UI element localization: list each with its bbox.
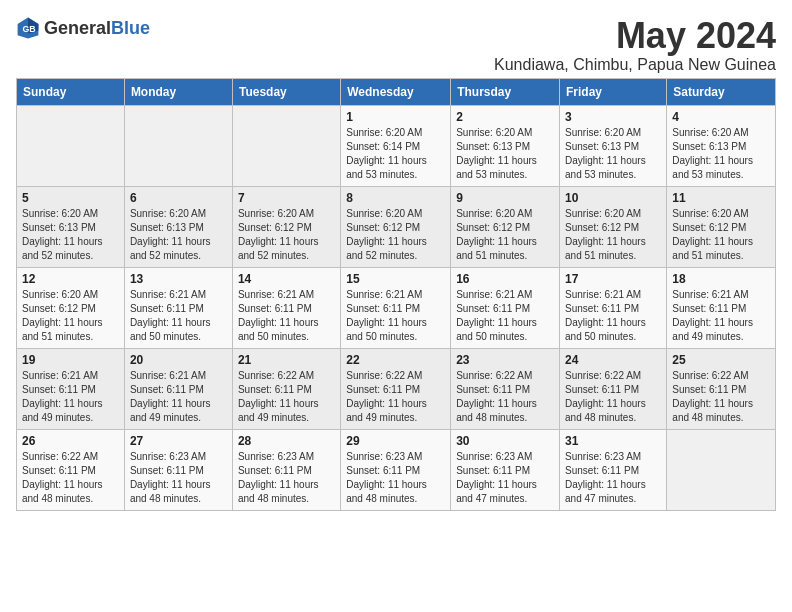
- day-of-week-header: Monday: [124, 78, 232, 105]
- day-info: Sunrise: 6:23 AM Sunset: 6:11 PM Dayligh…: [346, 450, 445, 506]
- day-info: Sunrise: 6:20 AM Sunset: 6:12 PM Dayligh…: [565, 207, 661, 263]
- day-info: Sunrise: 6:20 AM Sunset: 6:12 PM Dayligh…: [672, 207, 770, 263]
- day-number: 6: [130, 191, 227, 205]
- day-info: Sunrise: 6:21 AM Sunset: 6:11 PM Dayligh…: [130, 369, 227, 425]
- calendar-day-cell: 10Sunrise: 6:20 AM Sunset: 6:12 PM Dayli…: [560, 186, 667, 267]
- day-info: Sunrise: 6:21 AM Sunset: 6:11 PM Dayligh…: [130, 288, 227, 344]
- day-number: 22: [346, 353, 445, 367]
- day-info: Sunrise: 6:21 AM Sunset: 6:11 PM Dayligh…: [22, 369, 119, 425]
- day-number: 28: [238, 434, 335, 448]
- day-info: Sunrise: 6:23 AM Sunset: 6:11 PM Dayligh…: [456, 450, 554, 506]
- logo-general-text: General: [44, 18, 111, 38]
- day-number: 12: [22, 272, 119, 286]
- calendar-day-cell: 4Sunrise: 6:20 AM Sunset: 6:13 PM Daylig…: [667, 105, 776, 186]
- calendar-day-cell: 3Sunrise: 6:20 AM Sunset: 6:13 PM Daylig…: [560, 105, 667, 186]
- day-info: Sunrise: 6:20 AM Sunset: 6:13 PM Dayligh…: [456, 126, 554, 182]
- generalblue-icon: GB: [16, 16, 40, 40]
- day-number: 19: [22, 353, 119, 367]
- svg-text:GB: GB: [22, 24, 35, 34]
- day-number: 23: [456, 353, 554, 367]
- day-info: Sunrise: 6:22 AM Sunset: 6:11 PM Dayligh…: [22, 450, 119, 506]
- day-info: Sunrise: 6:22 AM Sunset: 6:11 PM Dayligh…: [565, 369, 661, 425]
- calendar-day-cell: 7Sunrise: 6:20 AM Sunset: 6:12 PM Daylig…: [232, 186, 340, 267]
- calendar-week-row: 26Sunrise: 6:22 AM Sunset: 6:11 PM Dayli…: [17, 429, 776, 510]
- calendar-day-cell: 8Sunrise: 6:20 AM Sunset: 6:12 PM Daylig…: [341, 186, 451, 267]
- day-info: Sunrise: 6:23 AM Sunset: 6:11 PM Dayligh…: [130, 450, 227, 506]
- day-info: Sunrise: 6:20 AM Sunset: 6:12 PM Dayligh…: [346, 207, 445, 263]
- calendar-day-cell: 24Sunrise: 6:22 AM Sunset: 6:11 PM Dayli…: [560, 348, 667, 429]
- day-info: Sunrise: 6:21 AM Sunset: 6:11 PM Dayligh…: [672, 288, 770, 344]
- title-area: May 2024 Kundiawa, Chimbu, Papua New Gui…: [494, 16, 776, 74]
- day-of-week-header: Wednesday: [341, 78, 451, 105]
- calendar-day-cell: 29Sunrise: 6:23 AM Sunset: 6:11 PM Dayli…: [341, 429, 451, 510]
- subtitle: Kundiawa, Chimbu, Papua New Guinea: [494, 56, 776, 74]
- main-title: May 2024: [494, 16, 776, 56]
- calendar-day-cell: 9Sunrise: 6:20 AM Sunset: 6:12 PM Daylig…: [451, 186, 560, 267]
- day-info: Sunrise: 6:20 AM Sunset: 6:13 PM Dayligh…: [22, 207, 119, 263]
- day-number: 5: [22, 191, 119, 205]
- day-number: 18: [672, 272, 770, 286]
- calendar-day-cell: 18Sunrise: 6:21 AM Sunset: 6:11 PM Dayli…: [667, 267, 776, 348]
- day-of-week-header: Tuesday: [232, 78, 340, 105]
- calendar-week-row: 19Sunrise: 6:21 AM Sunset: 6:11 PM Dayli…: [17, 348, 776, 429]
- day-number: 25: [672, 353, 770, 367]
- day-info: Sunrise: 6:21 AM Sunset: 6:11 PM Dayligh…: [238, 288, 335, 344]
- calendar-day-cell: 28Sunrise: 6:23 AM Sunset: 6:11 PM Dayli…: [232, 429, 340, 510]
- day-number: 24: [565, 353, 661, 367]
- calendar-day-cell: [124, 105, 232, 186]
- calendar-day-cell: 13Sunrise: 6:21 AM Sunset: 6:11 PM Dayli…: [124, 267, 232, 348]
- calendar-day-cell: 15Sunrise: 6:21 AM Sunset: 6:11 PM Dayli…: [341, 267, 451, 348]
- day-number: 13: [130, 272, 227, 286]
- calendar-day-cell: 16Sunrise: 6:21 AM Sunset: 6:11 PM Dayli…: [451, 267, 560, 348]
- day-info: Sunrise: 6:20 AM Sunset: 6:13 PM Dayligh…: [672, 126, 770, 182]
- calendar-day-cell: 17Sunrise: 6:21 AM Sunset: 6:11 PM Dayli…: [560, 267, 667, 348]
- day-info: Sunrise: 6:21 AM Sunset: 6:11 PM Dayligh…: [565, 288, 661, 344]
- day-number: 7: [238, 191, 335, 205]
- day-info: Sunrise: 6:21 AM Sunset: 6:11 PM Dayligh…: [346, 288, 445, 344]
- calendar-day-cell: 2Sunrise: 6:20 AM Sunset: 6:13 PM Daylig…: [451, 105, 560, 186]
- day-number: 16: [456, 272, 554, 286]
- day-info: Sunrise: 6:22 AM Sunset: 6:11 PM Dayligh…: [346, 369, 445, 425]
- day-info: Sunrise: 6:22 AM Sunset: 6:11 PM Dayligh…: [238, 369, 335, 425]
- day-number: 15: [346, 272, 445, 286]
- day-number: 8: [346, 191, 445, 205]
- day-of-week-header: Saturday: [667, 78, 776, 105]
- calendar-day-cell: 31Sunrise: 6:23 AM Sunset: 6:11 PM Dayli…: [560, 429, 667, 510]
- calendar-week-row: 5Sunrise: 6:20 AM Sunset: 6:13 PM Daylig…: [17, 186, 776, 267]
- calendar-header-row: SundayMondayTuesdayWednesdayThursdayFrid…: [17, 78, 776, 105]
- day-number: 17: [565, 272, 661, 286]
- day-number: 10: [565, 191, 661, 205]
- calendar-day-cell: 20Sunrise: 6:21 AM Sunset: 6:11 PM Dayli…: [124, 348, 232, 429]
- calendar-day-cell: 23Sunrise: 6:22 AM Sunset: 6:11 PM Dayli…: [451, 348, 560, 429]
- logo: GB GeneralBlue: [16, 16, 150, 40]
- day-number: 26: [22, 434, 119, 448]
- day-number: 14: [238, 272, 335, 286]
- day-number: 4: [672, 110, 770, 124]
- calendar-day-cell: 5Sunrise: 6:20 AM Sunset: 6:13 PM Daylig…: [17, 186, 125, 267]
- calendar-day-cell: 19Sunrise: 6:21 AM Sunset: 6:11 PM Dayli…: [17, 348, 125, 429]
- day-info: Sunrise: 6:22 AM Sunset: 6:11 PM Dayligh…: [456, 369, 554, 425]
- day-number: 27: [130, 434, 227, 448]
- day-info: Sunrise: 6:20 AM Sunset: 6:13 PM Dayligh…: [565, 126, 661, 182]
- day-number: 3: [565, 110, 661, 124]
- calendar-day-cell: [232, 105, 340, 186]
- calendar-day-cell: 27Sunrise: 6:23 AM Sunset: 6:11 PM Dayli…: [124, 429, 232, 510]
- calendar-week-row: 12Sunrise: 6:20 AM Sunset: 6:12 PM Dayli…: [17, 267, 776, 348]
- calendar-day-cell: 11Sunrise: 6:20 AM Sunset: 6:12 PM Dayli…: [667, 186, 776, 267]
- day-number: 21: [238, 353, 335, 367]
- logo-blue-text: Blue: [111, 18, 150, 38]
- day-number: 29: [346, 434, 445, 448]
- day-info: Sunrise: 6:20 AM Sunset: 6:14 PM Dayligh…: [346, 126, 445, 182]
- calendar-day-cell: 22Sunrise: 6:22 AM Sunset: 6:11 PM Dayli…: [341, 348, 451, 429]
- calendar-day-cell: 14Sunrise: 6:21 AM Sunset: 6:11 PM Dayli…: [232, 267, 340, 348]
- calendar-day-cell: 21Sunrise: 6:22 AM Sunset: 6:11 PM Dayli…: [232, 348, 340, 429]
- calendar-day-cell: 30Sunrise: 6:23 AM Sunset: 6:11 PM Dayli…: [451, 429, 560, 510]
- calendar-day-cell: [667, 429, 776, 510]
- day-info: Sunrise: 6:21 AM Sunset: 6:11 PM Dayligh…: [456, 288, 554, 344]
- calendar-table: SundayMondayTuesdayWednesdayThursdayFrid…: [16, 78, 776, 511]
- calendar-day-cell: 6Sunrise: 6:20 AM Sunset: 6:13 PM Daylig…: [124, 186, 232, 267]
- day-number: 2: [456, 110, 554, 124]
- day-of-week-header: Sunday: [17, 78, 125, 105]
- calendar-day-cell: 12Sunrise: 6:20 AM Sunset: 6:12 PM Dayli…: [17, 267, 125, 348]
- day-info: Sunrise: 6:23 AM Sunset: 6:11 PM Dayligh…: [565, 450, 661, 506]
